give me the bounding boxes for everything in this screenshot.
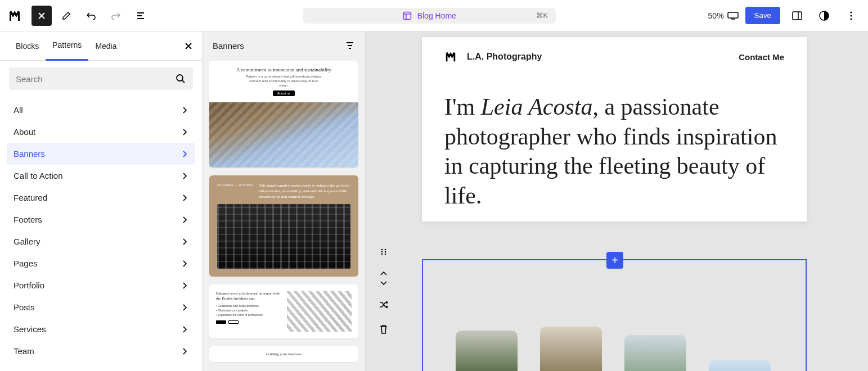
svg-point-7 xyxy=(177,75,183,81)
chevron-right-icon xyxy=(181,238,188,246)
move-down-button[interactable] xyxy=(377,279,390,287)
pattern1-sub: Pattern is a commitment that will transf… xyxy=(245,75,323,88)
nav-contact-link[interactable]: Contact Me xyxy=(739,52,784,62)
tab-media[interactable]: Media xyxy=(88,31,123,61)
pattern-preview-panel: Banners A commitment to innovation and s… xyxy=(203,31,366,371)
pattern2-image xyxy=(217,204,350,269)
save-button[interactable]: Save xyxy=(745,7,780,24)
shuffle-button[interactable] xyxy=(377,298,390,311)
more-options-button[interactable] xyxy=(841,6,861,26)
gallery-image[interactable] xyxy=(709,360,771,371)
category-banners[interactable]: Banners xyxy=(7,143,195,165)
category-footers[interactable]: Footers xyxy=(7,209,195,230)
category-gallery[interactable]: Gallery xyxy=(7,230,195,252)
svg-point-9 xyxy=(385,249,386,251)
sidebar-toggle-button[interactable] xyxy=(787,6,807,26)
redo-button[interactable] xyxy=(106,6,126,26)
svg-point-10 xyxy=(381,251,383,253)
styles-button[interactable] xyxy=(814,6,834,26)
chevron-right-icon xyxy=(181,325,188,333)
close-inserter-button[interactable] xyxy=(32,6,52,26)
inserter-panel: Blocks Patterns Media All About Banners … xyxy=(0,31,203,371)
gallery-image[interactable] xyxy=(456,331,518,371)
undo-button[interactable] xyxy=(81,6,101,26)
category-team[interactable]: Team xyxy=(7,340,195,362)
category-list: All About Banners Call to Action Feature… xyxy=(0,97,202,371)
hero-section[interactable]: I'm Leia Acosta, a passionate photograph… xyxy=(422,70,807,221)
gallery-image[interactable] xyxy=(540,327,602,371)
hero-heading[interactable]: I'm Leia Acosta, a passionate photograph… xyxy=(444,92,784,210)
pattern2-desc: This transformative project seeks to enh… xyxy=(259,183,350,200)
drag-handle-icon[interactable] xyxy=(377,245,390,259)
svg-point-6 xyxy=(850,18,852,20)
zoom-control[interactable]: 50% xyxy=(708,11,739,20)
pattern-card-2[interactable]: Art Gallery — of Ontario This transforma… xyxy=(209,175,358,277)
chevron-right-icon xyxy=(181,260,188,268)
category-call-to-action[interactable]: Call to Action xyxy=(7,165,195,187)
site-title[interactable]: L.A. Photography xyxy=(467,52,542,62)
pattern3-image xyxy=(287,291,352,332)
toolbar-right: 50% Save xyxy=(708,6,861,26)
svg-point-11 xyxy=(385,251,386,253)
pattern1-heading: A commitment to innovation and sustainab… xyxy=(236,67,331,73)
category-pages[interactable]: Pages xyxy=(7,252,195,274)
gallery-block[interactable] xyxy=(456,293,771,371)
svg-point-8 xyxy=(381,249,383,251)
template-icon xyxy=(403,11,412,20)
toolbar-left xyxy=(7,6,151,26)
search-input[interactable] xyxy=(16,74,175,84)
svg-point-5 xyxy=(850,15,852,16)
pattern2-crumb: Art Gallery — of Ontario xyxy=(217,183,253,200)
filter-icon[interactable] xyxy=(345,40,355,51)
top-toolbar: Blog Home ⌘K 50% Save xyxy=(0,0,868,31)
chevron-right-icon xyxy=(181,216,188,224)
chevron-right-icon xyxy=(181,172,188,180)
search-wrap xyxy=(0,61,202,97)
tab-patterns[interactable]: Patterns xyxy=(46,31,88,61)
close-inserter-icon[interactable] xyxy=(184,42,193,51)
main-area: Blocks Patterns Media All About Banners … xyxy=(0,31,868,371)
pattern1-cta: About us xyxy=(273,91,295,96)
category-portfolio[interactable]: Portfolio xyxy=(7,274,195,296)
svg-point-12 xyxy=(381,254,383,255)
category-featured[interactable]: Featured xyxy=(7,187,195,209)
svg-point-4 xyxy=(850,11,852,13)
site-logo[interactable] xyxy=(444,51,457,63)
pattern4-heading: Guiding your business xyxy=(266,352,302,356)
chevron-right-icon xyxy=(181,106,188,114)
gallery-image[interactable] xyxy=(624,335,686,371)
move-up-button[interactable] xyxy=(377,270,390,278)
pattern-card-1[interactable]: A commitment to innovation and sustainab… xyxy=(209,61,358,168)
pattern-panel-header: Banners xyxy=(209,40,358,53)
tab-blocks[interactable]: Blocks xyxy=(9,31,46,61)
toolbar-center: Blog Home ⌘K xyxy=(151,8,708,24)
category-posts[interactable]: Posts xyxy=(7,296,195,318)
category-about[interactable]: About xyxy=(7,121,195,143)
page-canvas[interactable]: L.A. Photography Contact Me I'm Leia Aco… xyxy=(422,37,807,221)
app-logo[interactable] xyxy=(7,8,23,24)
document-title-chip[interactable]: Blog Home ⌘K xyxy=(303,8,556,24)
svg-rect-1 xyxy=(728,12,738,18)
chevron-right-icon xyxy=(181,194,188,202)
category-services[interactable]: Services xyxy=(7,318,195,340)
command-shortcut: ⌘K xyxy=(536,11,548,20)
pattern3-bullets: • Collaborate with fellow architects. • … xyxy=(216,304,281,317)
chevron-right-icon xyxy=(181,347,188,355)
add-block-button[interactable]: + xyxy=(606,252,623,269)
pattern-panel-title: Banners xyxy=(213,41,244,51)
search-field[interactable] xyxy=(9,67,193,90)
category-all[interactable]: All xyxy=(7,99,195,121)
svg-rect-0 xyxy=(403,12,411,19)
block-toolbar-rail xyxy=(377,245,390,336)
chevron-right-icon xyxy=(181,282,188,289)
desktop-icon xyxy=(727,12,739,20)
pattern-card-3[interactable]: Enhance your architectural journey with … xyxy=(209,284,358,338)
document-overview-button[interactable] xyxy=(131,6,151,26)
edit-tool-button[interactable] xyxy=(56,6,77,26)
site-header: L.A. Photography Contact Me xyxy=(422,37,807,70)
delete-button[interactable] xyxy=(377,323,390,336)
pattern1-image xyxy=(209,102,358,168)
editor-canvas-area: L.A. Photography Contact Me I'm Leia Aco… xyxy=(366,31,868,371)
search-icon xyxy=(175,73,186,84)
pattern-card-4[interactable]: Guiding your business xyxy=(209,346,358,362)
